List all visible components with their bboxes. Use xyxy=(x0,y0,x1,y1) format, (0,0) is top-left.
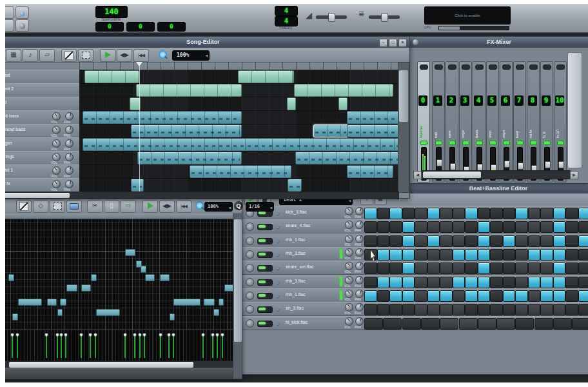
melody-pattern-segment[interactable] xyxy=(190,165,291,178)
beat-step-cell[interactable] xyxy=(364,235,377,247)
beat-step-cell[interactable] xyxy=(402,318,421,330)
beat-step-cell[interactable] xyxy=(578,277,588,288)
beat-step-cell[interactable] xyxy=(478,249,491,261)
velocity-bar[interactable] xyxy=(12,335,13,358)
beat-step-cell[interactable] xyxy=(453,263,466,274)
bb-track-name[interactable]: rhh_3.flac xyxy=(286,279,306,283)
fx-channel[interactable]: 10fx 10 xyxy=(554,61,567,183)
fx-channel[interactable]: 2spre xyxy=(446,61,458,183)
bb-track-mute-led[interactable] xyxy=(257,306,273,313)
melody-pattern-segment[interactable] xyxy=(131,179,144,192)
beat-step-cell[interactable] xyxy=(377,304,390,315)
bb-track-mute-led[interactable] xyxy=(257,293,273,299)
beat-step-cell[interactable] xyxy=(503,290,516,302)
beat-step-cell[interactable] xyxy=(503,208,516,219)
beat-step-cell[interactable] xyxy=(427,277,440,288)
zoom-button[interactable] xyxy=(155,49,170,61)
fx-channel-mute-led[interactable] xyxy=(462,64,470,70)
tempo-lcd[interactable]: 140 xyxy=(95,6,128,18)
bb-track-name[interactable]: rhh_3.flac xyxy=(286,251,306,255)
beat-step-cell[interactable] xyxy=(490,277,503,288)
beat-step-cell[interactable] xyxy=(478,221,491,233)
fx-scroll-right-button[interactable]: ▶ xyxy=(570,171,578,179)
song-vertical-scrollbar[interactable] xyxy=(398,62,409,193)
beat-step-cell[interactable] xyxy=(540,263,553,274)
beat-step-cell[interactable] xyxy=(540,304,553,315)
beat-step-cell[interactable] xyxy=(540,221,553,233)
beat-step-cell[interactable] xyxy=(402,304,415,315)
piano-note[interactable] xyxy=(141,266,146,273)
beat-step-cell[interactable] xyxy=(565,208,578,219)
beat-step-cell[interactable] xyxy=(503,304,516,315)
pr-record-button[interactable]: ◀▶ xyxy=(159,200,175,213)
fx-channel[interactable]: 1sub xyxy=(432,61,445,183)
fx-channel-mute-led[interactable] xyxy=(502,64,511,70)
beat-step-cell[interactable] xyxy=(389,290,402,302)
beat-step-cell[interactable] xyxy=(478,277,491,288)
velocity-bar[interactable] xyxy=(61,335,62,358)
fx-channel-fader-handle[interactable] xyxy=(450,163,456,170)
stop-button[interactable]: |◀◀ xyxy=(133,49,149,62)
beat-step-cell[interactable] xyxy=(490,263,503,274)
beat-step-cell[interactable] xyxy=(402,277,415,288)
beat-step-cell[interactable] xyxy=(364,290,377,302)
bb-track-name[interactable]: rhh_1.flac xyxy=(286,292,306,297)
fx-channel-mute-led[interactable] xyxy=(420,64,428,70)
pr-zoom-lcd[interactable]: 100%◀ xyxy=(204,202,233,212)
beat-step-cell[interactable] xyxy=(440,318,458,330)
beat-step-cell[interactable] xyxy=(528,263,541,274)
beat-step-cell[interactable] xyxy=(465,277,478,288)
beat-step-cell[interactable] xyxy=(553,221,566,233)
beat-step-cell[interactable] xyxy=(377,221,390,233)
bb-track-name[interactable]: sn_3.flac xyxy=(286,306,304,310)
piano-note[interactable] xyxy=(160,274,170,281)
beat-step-cell[interactable] xyxy=(565,290,578,302)
bb-track-mute-led[interactable] xyxy=(257,265,273,272)
beat-step-cell[interactable] xyxy=(478,208,491,219)
piano-note[interactable] xyxy=(213,309,219,316)
beat-step-cell[interactable] xyxy=(427,304,440,315)
beat-step-cell[interactable] xyxy=(453,249,466,261)
piano-note[interactable] xyxy=(60,299,66,306)
bb-track-name[interactable]: snare_4.flac xyxy=(286,223,310,228)
fx-channel-mute-led[interactable] xyxy=(475,64,484,70)
piano-roll-grid[interactable] xyxy=(5,213,242,379)
beat-step-cell[interactable] xyxy=(415,263,427,274)
beat-step-cell[interactable] xyxy=(503,235,516,247)
velocity-bar[interactable] xyxy=(217,335,218,358)
beat-step-cell[interactable] xyxy=(415,304,427,315)
pr-cut-button[interactable]: ✂ xyxy=(87,200,103,213)
beat-step-cell[interactable] xyxy=(465,304,478,315)
beat-step-cell[interactable] xyxy=(453,277,466,288)
beat-step-cell[interactable] xyxy=(540,249,553,261)
beat-step-cell[interactable] xyxy=(364,249,377,261)
velocity-bar[interactable] xyxy=(124,335,126,358)
timesig-denominator-lcd[interactable]: 4 xyxy=(275,16,298,26)
draw-mode-button[interactable] xyxy=(61,49,77,62)
beat-step-cell[interactable] xyxy=(540,290,553,302)
piano-note[interactable] xyxy=(145,274,155,281)
beat-step-cell[interactable] xyxy=(377,277,390,288)
beat-step-cell[interactable] xyxy=(540,208,553,219)
fx-channel-fader-handle[interactable] xyxy=(545,161,551,168)
fx-horizontal-scrollbar[interactable] xyxy=(421,170,571,179)
melody-pattern-segment[interactable] xyxy=(313,124,348,137)
beat-step-cell[interactable] xyxy=(515,277,528,288)
bb-track-name[interactable]: kick_3.flac xyxy=(286,210,307,214)
beat-step-cell[interactable] xyxy=(364,318,383,330)
beat-step-cell[interactable] xyxy=(459,318,478,330)
beat-step-cell[interactable] xyxy=(389,263,402,274)
song-track-lane[interactable] xyxy=(79,124,398,138)
pr-quantize-lcd[interactable]: 1/16◀ xyxy=(246,202,274,212)
beat-step-cell[interactable] xyxy=(553,318,572,330)
beat-step-cell[interactable] xyxy=(364,208,377,219)
velocity-bar[interactable] xyxy=(90,335,91,358)
piano-note[interactable] xyxy=(12,313,18,321)
velocity-bar[interactable] xyxy=(139,335,141,358)
beat-step-cell[interactable] xyxy=(415,249,427,261)
song-track-header[interactable]: lead 1VOLPAN xyxy=(5,164,79,179)
add-sample-track-button[interactable]: ♪ xyxy=(23,49,38,62)
melody-pattern-segment[interactable] xyxy=(83,138,400,151)
beat-step-cell[interactable] xyxy=(389,208,402,219)
beat-step-cell[interactable] xyxy=(478,318,496,330)
